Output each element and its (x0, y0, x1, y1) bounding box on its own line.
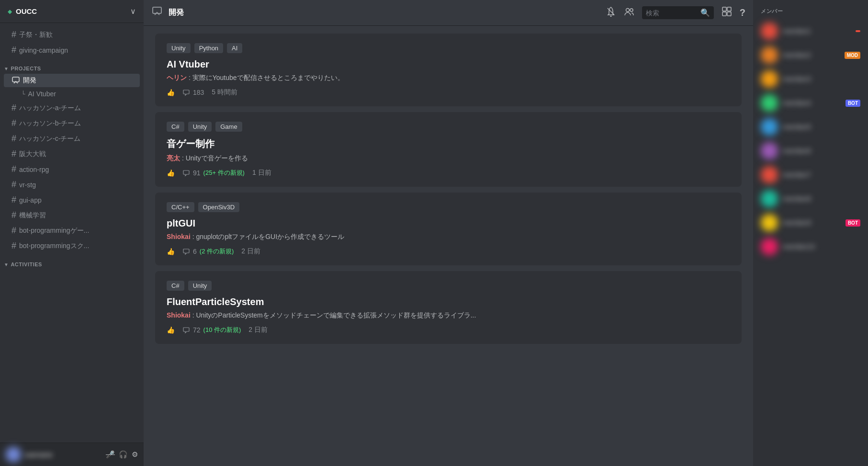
post-card-pltgui[interactable]: C/C++ OpenSiv3D pltGUI Shiokai : gnuplot… (155, 193, 742, 265)
avatar (761, 94, 778, 112)
member-item-4[interactable]: member4 BOT (757, 91, 864, 114)
channel-item-giving[interactable]: # giving-campaign (4, 43, 140, 57)
post-meta: 👍 91 (25+ 件の新規) 1 日前 (167, 169, 730, 177)
post-preview: 亮太 : Unityで音ゲーを作る (167, 154, 730, 163)
channel-hackathon-c[interactable]: # ハッカソン-c-チーム (4, 131, 140, 146)
hash-icon: # (11, 45, 16, 55)
settings-icon[interactable]: ⚙ (132, 450, 138, 459)
channel-header-name: 開発 (169, 8, 184, 18)
channel-header: 開発 🔍 (144, 0, 753, 26)
like-icon: 👍 (167, 326, 175, 334)
header-actions: 🔍 ? (606, 6, 745, 19)
post-title: FluentParticleSystem (167, 296, 730, 307)
member-item-6[interactable]: member6 (757, 139, 864, 162)
server-name: OUCC (16, 7, 37, 15)
member-item-2[interactable]: member2 MOD (757, 44, 864, 67)
post-separator: : (182, 154, 186, 162)
like-icon: 👍 (167, 169, 175, 177)
member-bot-badge: BOT (845, 100, 860, 107)
post-title: 音ゲー制作 (167, 137, 730, 150)
channel-hackathon-a[interactable]: # ハッカソン-a-チーム (4, 101, 140, 115)
search-input[interactable] (646, 9, 698, 17)
post-separator: : (189, 74, 192, 81)
members-icon[interactable] (624, 6, 634, 19)
members-header: メンバー (753, 0, 868, 19)
post-author: ヘリン (167, 74, 187, 81)
avatar (761, 166, 778, 183)
hash-icon: # (11, 149, 16, 159)
channel-action-rpg[interactable]: # action-rpg (4, 162, 140, 177)
member-name: member8 (783, 195, 860, 203)
post-card-ongee[interactable]: C# Unity Game 音ゲー制作 亮太 : Unityで音ゲーを作る 👍 … (155, 112, 742, 187)
hash-icon: # (11, 164, 16, 174)
svg-rect-6 (722, 7, 726, 11)
post-preview: ヘリン : 実際にYoutubeで配信させるところまでやりたい。 (167, 74, 730, 82)
channel-gui-app[interactable]: # gui-app (4, 193, 140, 207)
tag-unity: Unity (188, 122, 212, 132)
post-meta: 👍 183 5 時間前 (167, 88, 730, 97)
svg-point-5 (630, 9, 633, 11)
expand-icon[interactable] (721, 6, 732, 19)
post-text: gnuplotのpltファイルをGUIから作成できるツール (196, 233, 344, 240)
forum-item-kaihatsu[interactable]: 開発 (4, 74, 140, 87)
member-item-8[interactable]: member8 (757, 187, 864, 210)
server-header[interactable]: ◆ OUCC ∨ (0, 0, 144, 23)
post-time: 2 日前 (241, 247, 260, 256)
channel-name: action-rpg (19, 166, 49, 173)
member-name: member1 (783, 27, 851, 35)
search-bar[interactable]: 🔍 (642, 6, 714, 19)
post-tags: Unity Python AI (167, 43, 730, 53)
post-title: AI Vtuber (167, 59, 730, 70)
member-item-5[interactable]: member5 (757, 115, 864, 138)
avatar (6, 447, 21, 462)
channel-hackathon-b[interactable]: # ハッカソン-b-チーム (4, 116, 140, 131)
forum-icon (11, 76, 20, 85)
forum-item-label: 開発 (23, 76, 36, 85)
post-time: 1 日前 (252, 169, 271, 177)
headphone-icon[interactable]: 🎧 (119, 450, 128, 459)
member-name: member5 (783, 123, 860, 131)
channel-name: 機械学習 (19, 211, 46, 220)
comment-number: 72 (193, 326, 201, 334)
channel-list: # 子祭・新歓 # giving-campaign ▼ PROJECTS 開発 … (0, 23, 144, 443)
post-card-fluent[interactable]: C# Unity FluentParticleSystem Shiokai : … (155, 271, 742, 344)
channel-name: ハッカソン-c-チーム (19, 135, 80, 143)
channel-item-shinsai[interactable]: # 子祭・新歓 (4, 27, 140, 42)
member-badge (856, 30, 860, 32)
member-item-1[interactable]: member1 (757, 20, 864, 43)
channel-bot-game[interactable]: # bot-programmingゲー... (4, 223, 140, 238)
search-icon: 🔍 (700, 8, 710, 17)
comment-count: 6 (2 件の新規) (182, 247, 234, 256)
projects-section-header[interactable]: ▼ PROJECTS (0, 58, 144, 73)
channel-name: vr-stg (19, 181, 36, 189)
hash-icon: # (11, 30, 16, 40)
svg-point-4 (626, 9, 629, 12)
member-item-10[interactable]: member10 (757, 235, 864, 258)
tag-csharp: C# (167, 281, 184, 291)
svg-rect-9 (727, 12, 731, 16)
member-item-3[interactable]: member3 (757, 68, 864, 91)
mute-icon[interactable]: 🎤 (106, 450, 115, 459)
channel-forum-icon (151, 6, 163, 20)
member-item-9[interactable]: member9 BOT (757, 211, 864, 234)
member-item-7[interactable]: member7 (757, 163, 864, 186)
channel-ml[interactable]: # 機械学習 (4, 208, 140, 223)
help-icon[interactable]: ? (740, 7, 745, 18)
channel-vr-stg[interactable]: # vr-stg (4, 177, 140, 192)
post-text: 実際にYoutubeで配信させるところまでやりたい。 (192, 74, 344, 81)
post-card-ai-vtuber[interactable]: Unity Python AI AI Vtuber ヘリン : 実際にYoutu… (155, 34, 742, 106)
channel-hanshin[interactable]: # 阪大大戦 (4, 147, 140, 161)
sub-item-ai-vtuber[interactable]: └ AI Vtuber (4, 88, 140, 100)
avatar (761, 70, 778, 88)
sub-item-label: AI Vtuber (28, 90, 56, 98)
user-bar: username 🎤 🎧 ⚙ (0, 443, 144, 466)
avatar (761, 142, 778, 159)
user-controls: 🎤 🎧 ⚙ (106, 450, 138, 459)
server-dropdown-icon[interactable]: ∨ (130, 7, 136, 16)
activities-section-header[interactable]: ▼ ACTIVITIES (0, 254, 144, 269)
comment-number: 183 (193, 89, 204, 96)
username: username (25, 451, 102, 458)
notification-muted-icon[interactable] (606, 6, 616, 19)
member-name: member2 (783, 51, 840, 59)
channel-bot-script[interactable]: # bot-programmingスク... (4, 239, 140, 253)
